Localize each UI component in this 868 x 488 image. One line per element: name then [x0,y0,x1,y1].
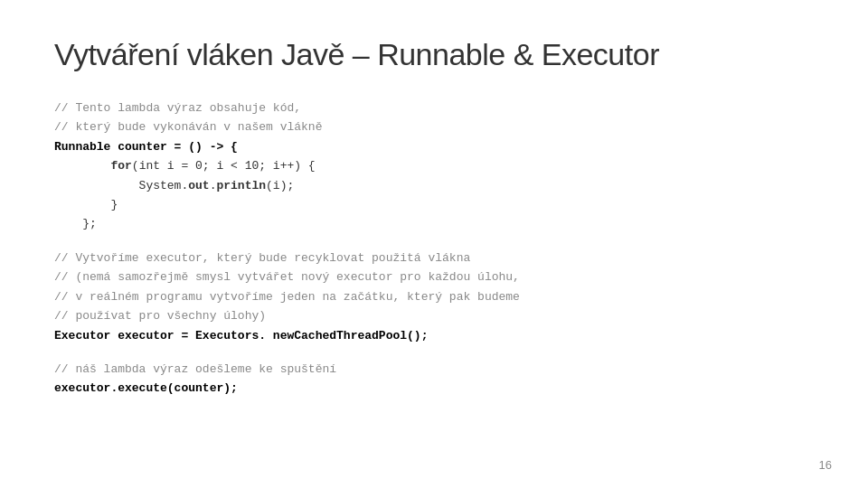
code-line: } [54,198,118,211]
code-text-3: // náš lambda výraz odešleme ke spuštění… [54,360,814,399]
code-section-2: // Vytvoříme executor, který bude recykl… [54,249,814,345]
code-line: System.out.println(i); [54,179,294,192]
comment-line: // (nemá samozřejmě smysl vytvářet nový … [54,270,520,284]
code-section-3: // náš lambda výraz odešleme ke spuštění… [54,360,814,399]
code-text-1: // Tento lambda výraz obsahuje kód, // k… [54,99,814,234]
code-line: for(int i = 0; i < 10; i++) { [54,159,316,173]
comment-line: // v reálném programu vytvoříme jeden na… [54,290,520,304]
code-block: // Tento lambda výraz obsahuje kód, // k… [54,99,814,399]
comment-line: // který bude vykonáván v našem vlákně [54,120,322,134]
code-line-bold: Runnable counter = () -> { [54,140,238,154]
slide: Vytváření vláken Javě – Runnable & Execu… [0,0,868,488]
comment-line: // používat pro všechny úlohy) [54,309,266,323]
comment-line: // Tento lambda výraz obsahuje kód, [54,101,301,115]
slide-title: Vytváření vláken Javě – Runnable & Execu… [54,36,814,73]
code-text-2: // Vytvoříme executor, který bude recykl… [54,249,814,345]
code-line-bold: executor.execute(counter); [54,381,238,395]
comment-line: // Vytvoříme executor, který bude recykl… [54,251,470,265]
code-line-bold: Executor executor = Executors. newCached… [54,329,428,343]
slide-number: 16 [819,458,832,472]
comment-line: // náš lambda výraz odešleme ke spuštění [54,362,336,376]
code-line: }; [54,217,97,230]
code-section-1: // Tento lambda výraz obsahuje kód, // k… [54,99,814,234]
